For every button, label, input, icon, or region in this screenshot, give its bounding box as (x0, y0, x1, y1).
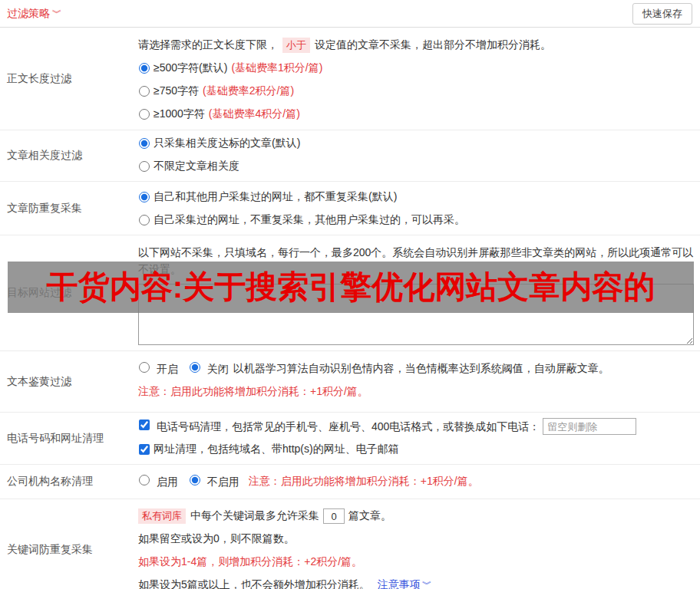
section-relevance: 文章相关度过滤 只采集相关度达标的文章(默认) 不限定文章相关度 (0, 130, 700, 182)
company-option-off-radio[interactable] (190, 475, 200, 485)
porn-option-on-text: 开启 (157, 363, 178, 375)
dedup-option-self-text: 自己采集过的网址，不重复采集，其他用户采集过的，可以再采。 (154, 213, 465, 227)
porn-option-off[interactable]: 关闭 (189, 362, 229, 377)
topbar: 过滤策略 《 快速保存 (0, 0, 700, 28)
keyword-line2: 如果留空或设为0，则不限篇数。 (138, 528, 694, 551)
length-option-750[interactable]: ≥750字符 (基础费率2积分/篇) (138, 80, 694, 103)
keyword-line3: 如果设为1-4篇，则增加积分消耗：+2积分/篇。 (138, 551, 694, 574)
notice-link[interactable]: 注意事项 《 (378, 578, 431, 589)
length-option-500-note: (基础费率1积分/篇) (231, 61, 322, 75)
dedup-option-all-radio[interactable] (139, 192, 150, 202)
dedup-option-all[interactable]: 自己和其他用户采集过的网址，都不重复采集(默认) (138, 186, 694, 209)
relevance-option-strict-text: 只采集相关度达标的文章(默认) (154, 137, 300, 150)
company-note: 注意：启用此功能将增加积分消耗：+1积分/篇。 (249, 475, 479, 489)
watermark-overlay: 干货内容:关于搜索引擎优化网站文章内容的 (8, 262, 694, 313)
section-keyword-label: 关键词防重复采集 (0, 499, 130, 589)
section-dedup-label: 文章防重复采集 (0, 182, 130, 235)
section-body-length-label: 正文长度过滤 (0, 28, 130, 130)
phone-clean-checkbox[interactable] (139, 420, 150, 430)
length-option-1000-note: (基础费率4积分/篇) (209, 107, 300, 121)
section-company: 公司机构名称清理 启用 不启用 注意：启用此功能将增加积分消耗：+1积分/篇。 (0, 465, 700, 499)
url-clean-checkbox[interactable] (139, 444, 150, 455)
keyword-line1-mid: 中每个关键词最多允许采集 (190, 509, 319, 523)
page-title-text: 过滤策略 (7, 7, 50, 21)
collapse-icon[interactable]: 《 (52, 9, 61, 18)
private-thesaurus-chip: 私有词库 (138, 508, 186, 524)
keyword-line4: 如果设为5篇或以上，也不会额外增加积分消耗。 (138, 578, 370, 589)
page-title[interactable]: 过滤策略 《 (7, 7, 61, 21)
porn-filter-note: 注意：启用此功能将增加积分消耗：+1积分/篇。 (138, 380, 694, 403)
company-option-on-radio[interactable] (139, 475, 150, 485)
dedup-option-self[interactable]: 自己采集过的网址，不重复采集，其他用户采集过的，可以再采。 (138, 209, 694, 232)
relevance-option-any-text: 不限定文章相关度 (154, 160, 239, 173)
section-body-length: 正文长度过滤 请选择需求的正文长度下限， 小于 设定值的文章不采集，超出部分不增… (0, 28, 700, 130)
length-option-1000[interactable]: ≥1000字符 (基础费率4积分/篇) (138, 103, 694, 126)
porn-option-off-radio[interactable] (190, 362, 200, 373)
dedup-option-all-text: 自己和其他用户采集过的网址，都不重复采集(默认) (154, 190, 397, 204)
intro-pre: 请选择需求的正文长度下限， (138, 38, 278, 52)
length-option-750-radio[interactable] (139, 86, 150, 97)
keyword-count-input[interactable] (323, 508, 345, 524)
relevance-option-any[interactable]: 不限定文章相关度 (138, 155, 694, 178)
url-clean-text: 网址清理，包括纯域名、带http(s)的网址、电子邮箱 (154, 443, 399, 456)
porn-filter-desc: 以机器学习算法自动识别色情内容，当色情概率达到系统阈值，自动屏蔽文章。 (233, 362, 609, 376)
length-option-750-text: ≥750字符 (154, 84, 199, 98)
notice-chevron-icon: 《 (422, 581, 431, 589)
section-dedup: 文章防重复采集 自己和其他用户采集过的网址，都不重复采集(默认) 自己采集过的网… (0, 182, 700, 235)
quick-save-button[interactable]: 快速保存 (632, 3, 692, 25)
section-company-label: 公司机构名称清理 (0, 465, 130, 499)
relevance-option-strict[interactable]: 只采集相关度达标的文章(默认) (138, 132, 694, 155)
notice-link-text: 注意事项 (378, 578, 421, 589)
section-phone-url: 电话号码和网址清理 电话号码清理，包括常见的手机号、座机号、400电话格式，或替… (0, 413, 700, 465)
porn-option-on[interactable]: 开启 (138, 362, 178, 377)
phone-clean-text: 电话号码清理，包括常见的手机号、座机号、400电话格式，或替换成如下电话： (157, 420, 540, 433)
section-phone-url-label: 电话号码和网址清理 (0, 413, 130, 464)
section-keyword: 关键词防重复采集 私有词库 中每个关键词最多允许采集 篇文章。 如果留空或设为0… (0, 499, 700, 589)
intro-highlight-chip: 小于 (282, 38, 310, 53)
url-clean-option[interactable]: 网址清理，包括纯域名、带http(s)的网址、电子邮箱 (138, 438, 694, 461)
section-relevance-label: 文章相关度过滤 (0, 130, 130, 181)
relevance-option-strict-radio[interactable] (139, 138, 150, 149)
company-option-on[interactable]: 启用 (138, 475, 178, 489)
body-length-intro: 请选择需求的正文长度下限， 小于 设定值的文章不采集，超出部分不增加积分消耗。 (138, 34, 694, 57)
phone-replace-input[interactable] (543, 418, 636, 435)
filter-strategy-page: 过滤策略 《 快速保存 正文长度过滤 请选择需求的正文长度下限， 小于 设定值的… (0, 0, 700, 589)
relevance-option-any-radio[interactable] (139, 161, 150, 172)
porn-option-on-radio[interactable] (139, 362, 150, 373)
company-option-on-text: 启用 (157, 475, 178, 488)
length-option-1000-text: ≥1000字符 (154, 107, 205, 121)
dedup-option-self-radio[interactable] (139, 215, 150, 225)
length-option-750-note: (基础费率2积分/篇) (203, 84, 294, 98)
section-porn-filter: 文本鉴黄过滤 开启 关闭 以机器学习算法自动识别色情内容，当色情概率达到系统阈值… (0, 351, 700, 413)
intro-post: 设定值的文章不采集，超出部分不增加积分消耗。 (315, 38, 551, 52)
length-option-500-radio[interactable] (139, 63, 150, 74)
keyword-line1-post: 篇文章。 (348, 509, 391, 523)
length-option-500-text: ≥500字符(默认) (154, 61, 227, 75)
watermark-text: 干货内容:关于搜索引擎优化网站文章内容的 (47, 266, 655, 308)
porn-option-off-text: 关闭 (207, 363, 229, 375)
section-porn-filter-label: 文本鉴黄过滤 (0, 351, 130, 412)
length-option-1000-radio[interactable] (139, 109, 150, 120)
company-option-off[interactable]: 不启用 (189, 475, 239, 489)
length-option-500[interactable]: ≥500字符(默认) (基础费率1积分/篇) (138, 57, 694, 80)
company-option-off-text: 不启用 (207, 475, 239, 488)
phone-clean-option[interactable]: 电话号码清理，包括常见的手机号、座机号、400电话格式，或替换成如下电话： (138, 420, 540, 434)
